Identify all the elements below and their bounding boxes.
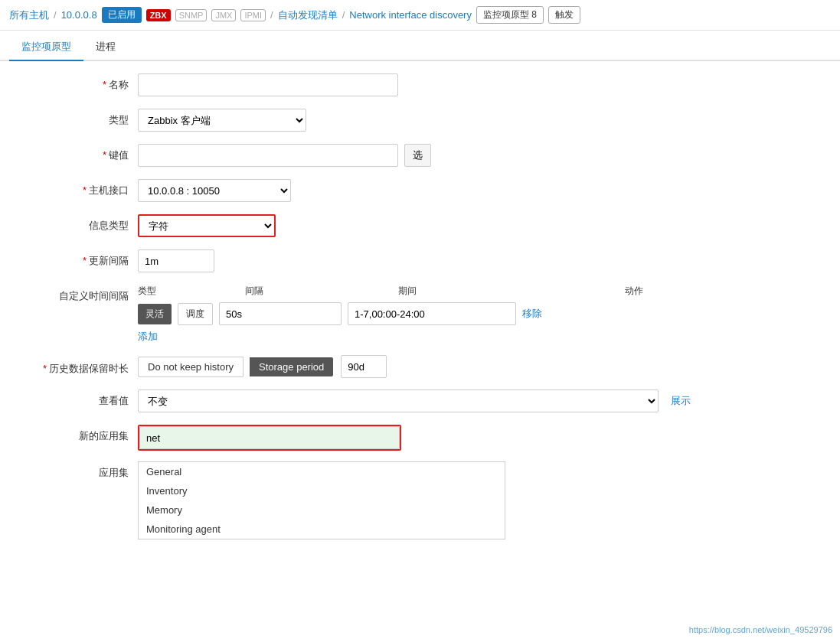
custom-interval-label: 自定义时间间隔	[15, 285, 138, 303]
snmp-badge: SNMP	[175, 9, 208, 21]
view-value-select[interactable]: 不变	[138, 389, 659, 412]
sep3: /	[342, 9, 345, 21]
type-row: 类型 Zabbix 客户端	[15, 109, 812, 133]
interface-select[interactable]: 10.0.0.8 : 10050	[138, 179, 291, 202]
ci-header-type: 类型	[138, 285, 245, 298]
key-input[interactable]	[138, 144, 398, 167]
jmx-badge: JMX	[211, 9, 236, 21]
update-interval-control	[138, 249, 812, 272]
app-row: 应用集 General Inventory Memory Monitoring …	[15, 461, 812, 539]
breadcrumb-bar: 所有主机 / 10.0.0.8 已启用 ZBX SNMP JMX IPMI / …	[0, 0, 840, 31]
info-type-label: 信息类型	[15, 214, 138, 233]
storage-period-button[interactable]: Storage period	[250, 357, 333, 376]
key-select-button[interactable]: 选	[404, 144, 431, 167]
tab-monitor[interactable]: 监控项原型	[9, 34, 83, 61]
view-value-label: 查看值	[15, 389, 138, 408]
new-app-wrapper	[138, 425, 401, 451]
zbx-badge: ZBX	[146, 9, 171, 21]
app-dropdown: General Inventory Memory Monitoring agen…	[138, 461, 505, 539]
monitor-count-badge[interactable]: 监控项原型 8	[476, 6, 544, 24]
ci-interval-input[interactable]	[219, 302, 342, 325]
tab-process[interactable]: 进程	[83, 34, 128, 61]
new-app-control	[138, 425, 812, 451]
history-row: *历史数据保留时长 Do not keep history Storage pe…	[15, 354, 812, 379]
new-app-input[interactable]	[139, 426, 400, 449]
app-label: 应用集	[15, 461, 138, 480]
tabs-bar: 监控项原型 进程	[0, 34, 840, 61]
type-control: Zabbix 客户端	[138, 109, 812, 132]
custom-interval-row: 自定义时间间隔 类型 间隔 期间 动作 灵活 调度 移除 添加	[15, 285, 812, 344]
info-type-row: 信息类型 字符	[15, 214, 812, 239]
enabled-badge: 已启用	[102, 7, 142, 23]
interface-label: *主机接口	[15, 179, 138, 197]
type-label: 类型	[15, 109, 138, 127]
all-hosts-link[interactable]: 所有主机	[9, 8, 49, 22]
flexible-button[interactable]: 灵活	[138, 304, 172, 324]
host-ip-link[interactable]: 10.0.0.8	[61, 9, 97, 21]
info-type-control: 字符	[138, 214, 812, 237]
view-value-row: 查看值 不变 展示	[15, 389, 812, 414]
app-item-memory[interactable]: Memory	[139, 500, 505, 520]
update-interval-input[interactable]	[138, 249, 214, 272]
history-label: *历史数据保留时长	[15, 357, 138, 376]
history-control: Do not keep history Storage period	[138, 355, 812, 378]
info-type-select[interactable]: 字符	[138, 214, 276, 237]
app-item-inventory[interactable]: Inventory	[139, 481, 505, 500]
update-interval-row: *更新间隔	[15, 249, 812, 274]
discovery-name-link[interactable]: Network interface discovery	[349, 9, 472, 21]
key-row: *键值 选	[15, 144, 812, 168]
new-app-label: 新的应用集	[15, 425, 138, 443]
key-control: 选	[138, 144, 812, 167]
sep2: /	[270, 9, 273, 21]
app-item-monitoring[interactable]: Monitoring agent	[139, 520, 505, 539]
name-row: *名称	[15, 73, 812, 98]
remove-link[interactable]: 移除	[522, 307, 542, 321]
ci-header-period: 期间	[398, 285, 582, 298]
discovery-list-link[interactable]: 自动发现清单	[278, 8, 338, 22]
name-input[interactable]	[138, 73, 398, 96]
ci-header-interval: 间隔	[245, 285, 398, 298]
do-not-keep-button[interactable]: Do not keep history	[138, 357, 244, 377]
new-app-row: 新的应用集	[15, 425, 812, 451]
add-interval-link[interactable]: 添加	[138, 331, 158, 342]
show-link[interactable]: 展示	[671, 394, 691, 408]
key-label: *键值	[15, 144, 138, 162]
ipmi-badge: IPMI	[240, 9, 266, 21]
schedule-button[interactable]: 调度	[178, 303, 213, 325]
name-label: *名称	[15, 73, 138, 92]
trigger-button[interactable]: 触发	[548, 6, 580, 24]
interface-control: 10.0.0.8 : 10050	[138, 179, 812, 202]
app-dropdown-container: General Inventory Memory Monitoring agen…	[138, 461, 812, 539]
custom-interval-content: 类型 间隔 期间 动作 灵活 调度 移除 添加	[138, 285, 812, 344]
type-select[interactable]: Zabbix 客户端	[138, 109, 306, 132]
history-period-input[interactable]	[341, 355, 387, 378]
view-value-control: 不变 展示	[138, 389, 812, 412]
custom-interval-header: 类型 间隔 期间 动作	[138, 285, 812, 298]
custom-interval-item: 灵活 调度 移除	[138, 302, 812, 325]
ci-header-action: 动作	[582, 285, 643, 298]
interface-row: *主机接口 10.0.0.8 : 10050	[15, 179, 812, 204]
app-item-general[interactable]: General	[139, 462, 505, 481]
ci-period-input[interactable]	[348, 302, 516, 325]
item-prototype-form: *名称 类型 Zabbix 客户端 *键值 选 *主机接口 10.0.0.	[0, 61, 827, 562]
update-interval-label: *更新间隔	[15, 249, 138, 268]
name-required: *	[103, 79, 106, 90]
name-control	[138, 73, 812, 96]
sep1: /	[54, 9, 57, 21]
